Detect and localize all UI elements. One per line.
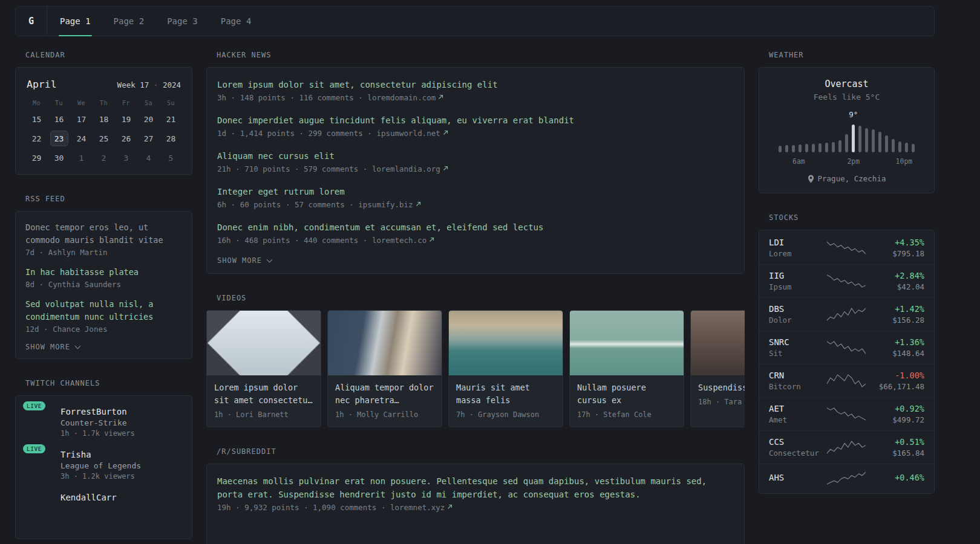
calendar-day[interactable]: 15 xyxy=(28,111,46,127)
calendar-week: Week 17 xyxy=(117,80,149,89)
weekday-label: Sa xyxy=(137,100,160,106)
calendar-day[interactable]: 18 xyxy=(95,111,113,127)
weekday-label: Mo xyxy=(25,100,48,106)
weather-bar xyxy=(885,135,888,152)
tab-page-1[interactable]: Page 1 xyxy=(52,7,99,36)
stock-price: $66,171.48 xyxy=(867,382,925,391)
hn-meta-text: 1d · 1,414 points · 299 comments · xyxy=(217,129,376,138)
stock-change: +4.35% xyxy=(867,238,925,247)
hn-domain: loremdomain.com xyxy=(367,93,436,102)
stock-row[interactable]: CRNBitcorn -1.00%$66,171.48 xyxy=(759,364,934,397)
time-label: 2pm xyxy=(847,157,860,166)
subreddit-post-link[interactable]: Maecenas mollis pulvinar erat non posuer… xyxy=(217,474,734,501)
stock-name: Bitcorn xyxy=(769,382,827,391)
weather-bar xyxy=(785,145,788,152)
calendar-day[interactable]: 29 xyxy=(28,150,46,166)
stock-price: $795.18 xyxy=(867,249,925,258)
calendar-day-next-month[interactable]: 4 xyxy=(140,150,158,166)
hn-domain-link[interactable]: loremdomain.com xyxy=(367,93,443,102)
hn-item-link[interactable]: Integer eget rutrum lorem xyxy=(217,185,734,198)
hn-item-meta: 16h · 468 points · 440 comments · loremt… xyxy=(217,236,734,245)
weather-bar xyxy=(779,146,782,152)
hn-show-more-button[interactable]: SHOW MORE xyxy=(217,256,272,265)
twitch-channel[interactable]: KendallCarr xyxy=(25,493,182,502)
calendar-day[interactable]: 16 xyxy=(50,111,68,127)
hn-domain-link[interactable]: ipsumworld.net xyxy=(376,129,448,138)
calendar-day[interactable]: 25 xyxy=(95,131,113,146)
tab-page-4[interactable]: Page 4 xyxy=(213,7,260,36)
hn-item: Donec enim nibh, condimentum et accumsan… xyxy=(217,221,734,245)
weather-location[interactable]: Prague, Czechia xyxy=(769,174,924,183)
calendar-day-next-month[interactable]: 1 xyxy=(73,150,91,166)
hn-domain-link[interactable]: loremtech.co xyxy=(372,236,434,245)
calendar-card: April Week 17 · 2024 Mo Tu We Th Fr Sa S… xyxy=(15,67,192,175)
calendar-day-grid: 15 16 17 18 19 20 21 22 23 24 25 26 27 2… xyxy=(25,111,182,166)
channel-info: KendallCarr xyxy=(60,493,117,502)
stock-change: +1.36% xyxy=(867,337,925,347)
calendar-day[interactable]: 21 xyxy=(162,111,180,127)
stock-change: +0.92% xyxy=(867,404,925,413)
video-row: Lorem ipsum dolor sit amet consectetu… 1… xyxy=(206,310,745,427)
calendar-day-next-month[interactable]: 3 xyxy=(117,150,136,166)
tab-page-3[interactable]: Page 3 xyxy=(159,7,206,36)
hn-item-link[interactable]: Aliquam nec cursus elit xyxy=(217,149,734,163)
video-thumbnail xyxy=(207,311,321,375)
app-logo[interactable]: G xyxy=(16,7,47,36)
stock-sparkline xyxy=(827,240,867,256)
rss-item-link[interactable]: Donec tempor eros leo, ut commodo mauris… xyxy=(25,221,182,247)
calendar-day-selected[interactable]: 23 xyxy=(50,131,68,146)
calendar-day-next-month[interactable]: 2 xyxy=(95,150,113,166)
rss-show-more-button[interactable]: SHOW MORE xyxy=(25,343,80,351)
calendar-day[interactable]: 28 xyxy=(162,131,180,146)
calendar-day[interactable]: 30 xyxy=(50,150,68,166)
calendar-day[interactable]: 27 xyxy=(140,131,158,146)
tab-page-2[interactable]: Page 2 xyxy=(106,7,152,36)
stock-row[interactable]: DBSDolor +1.42%$156.28 xyxy=(759,297,934,331)
stock-row[interactable]: CCSConsectetur +0.51%$165.84 xyxy=(759,430,934,464)
weather-time-axis: 6am 2pm 10pm xyxy=(779,156,915,167)
post-domain-link[interactable]: loremnet.xyz xyxy=(390,503,452,512)
calendar-weekday-row: Mo Tu We Th Fr Sa Su xyxy=(25,100,182,106)
weather-bar xyxy=(892,139,895,152)
show-more-label: SHOW MORE xyxy=(217,256,262,265)
video-card[interactable]: Mauris sit amet massa felis 7h · Grayson… xyxy=(448,310,563,427)
hn-item-link[interactable]: Donec enim nibh, condimentum et accumsan… xyxy=(217,221,734,234)
post-meta-text: 19h · 9,932 points · 1,090 comments · xyxy=(217,503,390,512)
stock-row[interactable]: AHS +0.46% xyxy=(759,464,934,492)
stock-row[interactable]: AETAmet +0.92%$499.72 xyxy=(759,397,934,430)
stock-row[interactable]: IIGIpsum +2.84%$42.04 xyxy=(759,264,934,297)
rss-item-link[interactable]: In hac habitasse platea xyxy=(25,266,182,279)
calendar-day[interactable]: 24 xyxy=(73,131,91,146)
twitch-channel[interactable]: LIVE ForrestBurton Counter-Strike 1h · 1… xyxy=(25,407,182,438)
weather-bar xyxy=(838,140,841,152)
hn-domain-link[interactable]: ipsumify.biz xyxy=(358,200,420,209)
rss-item-link[interactable]: Sed volutpat nulla nisl, a condimentum n… xyxy=(25,298,182,323)
stock-row[interactable]: LDILorem +4.35%$795.18 xyxy=(759,232,934,264)
calendar-day[interactable]: 22 xyxy=(28,131,46,146)
time-label: 6am xyxy=(792,157,805,166)
external-link-icon xyxy=(416,201,421,207)
hn-domain-link[interactable]: loremlandia.org xyxy=(372,164,448,173)
calendar-day-next-month[interactable]: 5 xyxy=(162,150,180,166)
video-title: Lorem ipsum dolor sit amet consectetu… xyxy=(214,381,313,407)
calendar-day[interactable]: 17 xyxy=(73,111,91,127)
weather-bars xyxy=(779,122,915,152)
subreddit-post: Maecenas mollis pulvinar erat non posuer… xyxy=(217,474,734,512)
video-card[interactable]: Aliquam tempor dolor nec pharetra… 1h · … xyxy=(327,310,442,427)
hn-item-link[interactable]: Donec imperdiet augue tincidunt felis al… xyxy=(217,114,734,127)
twitch-channel[interactable]: LIVE Trisha League of Legends 3h · 1.2k … xyxy=(25,450,182,481)
video-card[interactable]: Suspendisse diam 18h · Tara xyxy=(690,310,745,427)
stocks-section-title: STOCKS xyxy=(769,213,935,222)
channel-meta: 1h · 1.7k viewers xyxy=(60,429,135,438)
stock-row[interactable]: SNRCSit +1.36%$148.64 xyxy=(759,331,934,364)
stock-values: +1.42%$156.28 xyxy=(867,304,925,325)
stock-sparkline xyxy=(827,273,867,289)
calendar-day[interactable]: 19 xyxy=(117,111,136,127)
hn-item-link[interactable]: Lorem ipsum dolor sit amet, consectetur … xyxy=(217,78,734,91)
weather-bar xyxy=(805,144,808,152)
calendar-day[interactable]: 26 xyxy=(117,131,136,146)
video-card[interactable]: Lorem ipsum dolor sit amet consectetu… 1… xyxy=(206,310,321,427)
calendar-day[interactable]: 20 xyxy=(140,111,158,127)
stock-price: $148.64 xyxy=(867,349,925,358)
video-card[interactable]: Nullam posuere cursus ex 17h · Stefan Co… xyxy=(569,310,684,427)
